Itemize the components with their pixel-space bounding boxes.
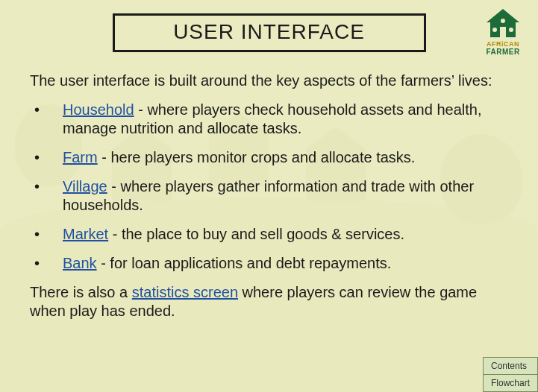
aspect-desc: - where players gather information and t… xyxy=(63,178,474,213)
page-title: USER INTERFACE xyxy=(122,20,416,44)
bullet-icon: • xyxy=(30,101,63,138)
aspect-item: •Village - where players gather informat… xyxy=(30,177,508,215)
flowchart-tab[interactable]: Flowchart xyxy=(483,375,538,392)
title-box: USER INTERFACE xyxy=(113,13,426,52)
aspect-list: •Household - where players check househo… xyxy=(30,101,508,273)
aspect-link[interactable]: Farm xyxy=(63,149,98,165)
bullet-icon: • xyxy=(30,254,63,273)
contents-tab[interactable]: Contents xyxy=(483,357,538,375)
bullet-icon: • xyxy=(30,177,63,215)
aspect-item: •Market - the place to buy and sell good… xyxy=(30,225,508,244)
aspect-link[interactable]: Village xyxy=(63,178,107,195)
aspect-desc: - for loan applications and debt repayme… xyxy=(97,255,392,271)
aspect-link[interactable]: Bank xyxy=(63,255,97,271)
aspect-text: Household - where players check househol… xyxy=(63,101,508,138)
aspect-text: Market - the place to buy and sell goods… xyxy=(63,225,508,244)
outro-pre: There is also a xyxy=(30,284,132,300)
aspect-item: •Bank - for loan applications and debt r… xyxy=(30,254,508,273)
bullet-icon: • xyxy=(30,225,63,244)
aspect-text: Bank - for loan applications and debt re… xyxy=(63,254,508,273)
nav-tabs: Contents Flowchart xyxy=(483,357,538,392)
statistics-link[interactable]: statistics screen xyxy=(132,284,238,300)
outro-text: There is also a statistics screen where … xyxy=(30,283,508,320)
aspect-text: Farm - here players monitor crops and al… xyxy=(63,148,508,167)
aspect-item: •Household - where players check househo… xyxy=(30,101,508,138)
aspect-link[interactable]: Market xyxy=(63,226,108,242)
aspect-desc: - here players monitor crops and allocat… xyxy=(98,149,416,165)
intro-text: The user interface is built around the k… xyxy=(30,72,508,90)
aspect-text: Village - where players gather informati… xyxy=(63,177,508,215)
aspect-link[interactable]: Household xyxy=(63,101,134,118)
aspect-desc: - the place to buy and sell goods & serv… xyxy=(108,226,404,242)
aspect-item: •Farm - here players monitor crops and a… xyxy=(30,148,508,167)
bullet-icon: • xyxy=(30,148,63,167)
